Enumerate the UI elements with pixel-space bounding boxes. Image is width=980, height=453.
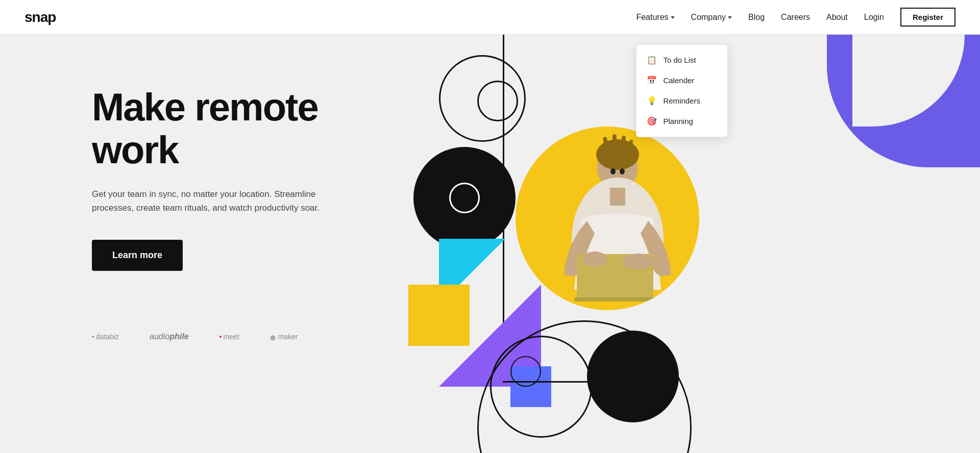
circle-ring-bottom-large-shape xyxy=(490,336,592,438)
features-link[interactable]: Features xyxy=(636,13,674,22)
planning-icon: 🎯 xyxy=(647,116,657,127)
svg-point-13 xyxy=(620,168,625,174)
svg-rect-8 xyxy=(574,297,656,301)
dropdown-item-calendar-label: Calender xyxy=(663,76,694,85)
navbar: snap Features 📋 To do List 📅 Calender 💡 xyxy=(0,0,980,35)
svg-point-12 xyxy=(610,168,616,174)
circle-filled-bottom-shape xyxy=(587,331,679,422)
dropdown-item-calendar[interactable]: 📅 Calender xyxy=(636,70,727,91)
main-content: Make remote work Get your team in sync, … xyxy=(0,0,980,453)
dropdown-item-planning[interactable]: 🎯 Planning xyxy=(636,111,727,132)
brand-meet: meet xyxy=(219,333,239,341)
dropdown-item-reminders[interactable]: 💡 Reminders xyxy=(636,91,727,111)
dropdown-item-todo-label: To do List xyxy=(663,56,696,64)
circle-ring-small-shape xyxy=(477,81,518,121)
dropdown-item-planning-label: Planning xyxy=(663,117,693,125)
yellow-circle-shape xyxy=(516,127,699,310)
circle-black-shape xyxy=(413,147,516,249)
features-caret-icon xyxy=(671,16,675,19)
svg-point-9 xyxy=(582,251,607,267)
blog-link[interactable]: Blog xyxy=(748,13,765,22)
svg-point-10 xyxy=(623,254,653,270)
brand-maker: maker xyxy=(270,333,298,341)
brand-databiz: databiz xyxy=(92,333,119,341)
features-nav-item[interactable]: Features 📋 To do List 📅 Calender 💡 Remin… xyxy=(636,13,674,22)
nav-links: Features 📋 To do List 📅 Calender 💡 Remin… xyxy=(636,8,955,27)
features-dropdown: 📋 To do List 📅 Calender 💡 Reminders 🎯 Pl… xyxy=(636,44,728,137)
circle-black-inner-shape xyxy=(449,183,480,213)
todo-icon: 📋 xyxy=(647,55,657,65)
reminders-icon: 💡 xyxy=(647,96,657,106)
calendar-icon: 📅 xyxy=(647,76,657,86)
company-link[interactable]: Company xyxy=(691,13,732,22)
learn-more-button[interactable]: Learn more xyxy=(92,240,183,271)
hero-subtitle: Get your team in sync, no matter your lo… xyxy=(92,187,332,215)
svg-point-1 xyxy=(596,139,639,170)
about-link[interactable]: About xyxy=(826,13,848,22)
company-caret-icon xyxy=(728,16,732,19)
svg-rect-3 xyxy=(612,134,617,162)
dropdown-item-todo[interactable]: 📋 To do List xyxy=(636,50,727,70)
brand-audiophile: audiophile xyxy=(150,332,189,341)
brand-logos: databiz audiophile meet maker xyxy=(92,332,398,341)
register-button[interactable]: Register xyxy=(900,8,955,27)
dropdown-item-reminders-label: Reminders xyxy=(663,96,700,105)
person-illustration xyxy=(516,127,699,310)
site-logo[interactable]: snap xyxy=(24,9,56,26)
hero-section: Make remote work Get your team in sync, … xyxy=(0,35,398,453)
careers-link[interactable]: Careers xyxy=(781,13,810,22)
hero-title: Make remote work xyxy=(92,86,398,171)
login-link[interactable]: Login xyxy=(864,13,884,22)
horizontal-connector-shape xyxy=(503,381,600,383)
